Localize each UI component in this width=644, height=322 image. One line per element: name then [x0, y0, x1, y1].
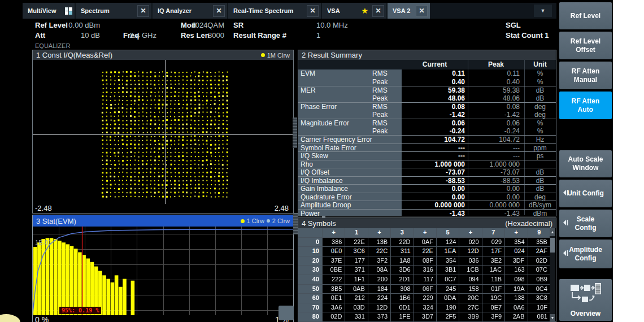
value-unit: Hz [524, 136, 556, 143]
value-peak: 0.40 [468, 78, 520, 86]
softkey-sidebar: Ref LevelRef Level OffsetRF Atten Manual… [556, 0, 613, 322]
window-splitter-handle[interactable] [293, 213, 298, 234]
symbol-cell: 0D1 [391, 303, 414, 313]
window-result-summary: 2 Result Summary Current Peak Unit EVMRM… [298, 50, 556, 216]
result-range-value[interactable]: 1 [316, 31, 320, 40]
tab-close-button[interactable]: ✕ [137, 5, 149, 17]
constellation-window-header[interactable]: 1 Const I/Q(Meas&Ref) 1M Clrw [33, 50, 293, 60]
scroll-down-button[interactable]: ▼ [550, 314, 555, 322]
arrow-down-icon: ▼ [551, 316, 555, 320]
result-row-magnitude-error-peak: Peak-0.24-0.24% [298, 127, 556, 136]
scroll-up-button[interactable]: ▲ [550, 228, 555, 236]
stat-evm-window-header[interactable]: 3 Stat(EVM) 1 Clrw 2 Clrw [33, 215, 293, 227]
tab-overflow-dropdown[interactable]: ▼ [534, 5, 552, 17]
symbol-cell: 12D [368, 303, 391, 313]
metric-name: Rho [301, 160, 313, 168]
tab-iq-analyzer[interactable]: IQ Analyzer✕ [153, 3, 227, 19]
value-current: 0.00 [402, 193, 465, 201]
symbol-cell: 02D [323, 312, 345, 322]
symbol-cell: 0E0 [323, 247, 345, 256]
value-unit: dB [524, 86, 556, 94]
symbols-col-header: 1 [345, 228, 368, 238]
tab-vsa[interactable]: VSA★✕ [322, 3, 386, 19]
softkey-rf-atten-auto[interactable]: RF Atten Auto [559, 92, 612, 119]
tab-vsa-2[interactable]: VSA 2✕ [388, 3, 430, 19]
symbol-cell: 229 [414, 294, 437, 303]
taskbar-icon-fragment [0, 314, 20, 322]
metric-subtype: Peak [372, 78, 388, 86]
symbols-col-header: + [323, 228, 345, 238]
tab-close-button[interactable]: ✕ [372, 5, 384, 17]
close-icon: ✕ [216, 7, 221, 15]
tab-close-button[interactable]: ✕ [307, 5, 319, 17]
softkey-rf-atten-manual[interactable]: RF Atten Manual [559, 62, 612, 89]
scrollbar-thumb[interactable] [550, 238, 555, 253]
symbols-scrollbar[interactable]: ▲ ▼ [550, 228, 555, 321]
value-current: 0.06 [402, 119, 465, 127]
sr-value[interactable]: 10.0 MHz [316, 21, 348, 29]
metric-name: Phase Error [301, 103, 337, 111]
trace1-dot-icon [261, 53, 265, 57]
softkey-amplitude-config[interactable]: Amplitude Config [559, 240, 612, 268]
symbol-cell: 1EA [437, 247, 459, 256]
symbol-cell: 1F1 [345, 275, 368, 285]
symbol-cell: 3C6 [345, 247, 368, 256]
tab-close-button[interactable]: ✕ [213, 5, 225, 17]
res-len-value[interactable]: 8000 [185, 31, 224, 40]
symbols-col-header: 7 [482, 228, 505, 238]
symbol-cell: 311 [391, 247, 414, 256]
tab-multiview[interactable]: MultiView [23, 3, 75, 19]
resize-grip[interactable] [279, 306, 294, 320]
mod-value[interactable]: 1024QAM [185, 21, 224, 29]
window-splitter-handle[interactable] [293, 118, 297, 148]
softkey-label: Auto Scale Window [566, 155, 605, 172]
equalizer-label: EQUALIZER [35, 42, 70, 49]
symbol-cell: 1CB [459, 266, 482, 275]
ref-level-value[interactable]: 0.00 dBm [60, 21, 100, 29]
symbol-cell: 354 [437, 256, 459, 266]
att-label[interactable]: Att [35, 31, 45, 40]
symbol-cell: 177 [345, 256, 368, 266]
softkey-scale-config[interactable]: Scale Config [559, 210, 612, 237]
symbols-row-label: 80 [298, 312, 323, 322]
col-header-current: Current [402, 60, 468, 69]
symbol-cell: 3B1 [437, 266, 459, 275]
softkey-label: Ref Level [571, 12, 601, 20]
symbols-col-header: + [414, 228, 437, 238]
freq-value[interactable]: 2.4 GHz [117, 31, 156, 40]
symbol-cell: 0C4 [528, 285, 551, 294]
multiview-grid-icon [65, 7, 72, 15]
tab-label: VSA [327, 7, 359, 14]
value-peak: -0.24 [468, 127, 520, 135]
tab-spectrum[interactable]: Spectrum✕ [76, 3, 151, 19]
value-current: 48.06 [402, 94, 465, 102]
softkey-unit-config[interactable]: Unit Config [559, 180, 612, 207]
page-margin [613, 0, 644, 322]
symbol-cell: 222 [323, 275, 345, 285]
att-value[interactable]: 10 dB [60, 31, 100, 40]
result-range-label[interactable]: Result Range # [233, 31, 286, 40]
symbol-cell: 11B [482, 275, 505, 285]
result-row-phase-error-peak: Peak-1.42-1.42deg [298, 111, 556, 119]
trace1-dot-icon [241, 219, 245, 223]
softkey-ref-level[interactable]: Ref Level [559, 2, 612, 29]
tab-real-time-spectrum[interactable]: Real-Time Spectrum✕ [228, 3, 321, 19]
softkey-auto-scale-window[interactable]: Auto Scale Window [559, 150, 612, 177]
symbols-window-header[interactable]: 4 Symbols (Hexadecimal) [298, 218, 556, 228]
result-summary-window-header[interactable]: 2 Result Summary [298, 50, 556, 60]
x-min-label: -2.48 [35, 204, 52, 212]
symbol-cell: 036 [459, 256, 482, 266]
value-current: -88.53 [402, 177, 465, 185]
tab-close-button[interactable]: ✕ [416, 5, 428, 17]
softkey-overview[interactable]: Overview [559, 279, 612, 321]
trace2-dot-icon [267, 219, 270, 223]
symbols-format-label: (Hexadecimal) [505, 219, 552, 228]
symbol-cell: 22E [414, 247, 437, 256]
softkey-ref-level-offset[interactable]: Ref Level Offset [559, 32, 612, 59]
symbol-cell: 158 [459, 285, 482, 294]
value-peak: 1.000 000 [468, 160, 520, 168]
sr-label[interactable]: SR [233, 21, 243, 29]
tab-label: VSA 2 [393, 7, 414, 14]
result-row-evm: EVMRMS0.110.11% [298, 69, 556, 78]
value-unit: dB [524, 94, 556, 102]
